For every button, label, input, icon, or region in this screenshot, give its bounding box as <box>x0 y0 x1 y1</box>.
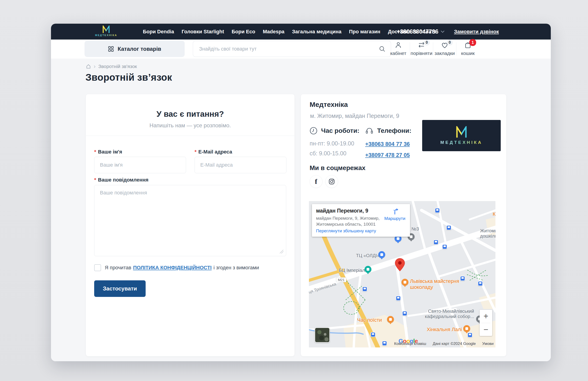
instagram-button[interactable] <box>325 175 338 188</box>
menu-item-holovky-starlight[interactable]: Головки Starlight <box>182 29 224 35</box>
store-address: м. Житомир, майдан Перемоги, 9 <box>310 112 399 119</box>
page-container: МЕДТЕХНІКА Бори Dendia Головки Starlight… <box>51 24 551 361</box>
message-label: *Ваше повідомлення <box>94 177 148 183</box>
home-icon[interactable] <box>86 64 91 69</box>
terms-link[interactable]: Умови <box>482 341 494 346</box>
search-row: Каталог товарів кабінет 0 пор <box>51 40 551 59</box>
bus-stop-icon[interactable] <box>442 244 447 249</box>
map-marker-main[interactable] <box>395 258 405 271</box>
email-field[interactable] <box>194 157 286 173</box>
bus-stop-icon[interactable] <box>402 311 407 316</box>
satellite-view-thumbnail[interactable] <box>315 327 330 343</box>
phone-dropdown[interactable]: +380638047736 <box>397 28 444 35</box>
page-content: › Зворотній зв'язок Зворотній зв’язок У … <box>51 59 551 361</box>
hours-header: Час роботи: <box>310 127 359 135</box>
bus-stop-icon[interactable] <box>478 281 483 286</box>
map-data-label: Дані карт ©2024 Google <box>433 341 476 346</box>
bus-stop-icon[interactable] <box>362 287 367 291</box>
bus-stop-icon[interactable] <box>446 225 451 230</box>
map-label-khinkalnya: Хінкальня Лалі <box>427 327 462 333</box>
store-logo-image: МЕДТЕХНІКА <box>422 120 501 151</box>
phone-link-2[interactable]: +38097 478 27 05 <box>365 152 410 158</box>
facebook-icon: f <box>315 178 317 185</box>
compare-button[interactable]: 0 порівняти <box>410 41 433 56</box>
logo-wordmark: МЕДТЕХНІКА <box>440 140 482 145</box>
grid-icon <box>108 46 114 52</box>
consent-row: Я прочитав ПОЛІТИКА КОНФІДЕНЦІЙНОСТІ і з… <box>94 264 259 271</box>
submit-button[interactable]: Застосувати <box>94 280 146 297</box>
message-field[interactable] <box>94 185 286 256</box>
map-pin-bc-imperial[interactable] <box>364 266 371 273</box>
facebook-button[interactable]: f <box>310 175 322 188</box>
bus-stop-icon[interactable] <box>433 240 439 245</box>
bus-stop-icon[interactable] <box>396 296 401 301</box>
map-label-cathedral: Свято-Михайлівськийкафедральний собор... <box>425 309 474 319</box>
email-label: *E-Mail адреса <box>194 149 232 155</box>
store-name: Медтехніка <box>310 101 348 109</box>
bus-stop-icon[interactable] <box>435 208 440 213</box>
map-pin-khinkalnya[interactable] <box>463 325 470 332</box>
zoom-in-button[interactable]: + <box>480 310 492 323</box>
map-label-tc-oldi: ТЦ «ОЛДІ» <box>356 253 379 258</box>
store-info-card: Медтехніка м. Житомир, майдан Перемоги, … <box>301 94 506 356</box>
chevron-down-icon <box>441 31 444 33</box>
instagram-icon <box>329 179 335 184</box>
map-pin-lviv-workshop[interactable] <box>401 279 408 286</box>
map-label-lviv-workshop: Львівська майстерняшоколаду <box>410 278 459 290</box>
bookmarks-count-badge: 0 <box>447 40 453 45</box>
divider <box>86 135 294 136</box>
account-label: кабінет <box>390 50 406 56</box>
catalog-button[interactable]: Каталог товарів <box>84 41 185 57</box>
bus-stop-icon[interactable] <box>371 332 376 337</box>
bus-stop-icon[interactable] <box>460 276 465 281</box>
bookmarks-label: закладки <box>435 50 455 56</box>
breadcrumb: › Зворотній зв'язок <box>86 64 137 69</box>
logo-m-icon <box>454 126 469 138</box>
consent-text-suffix: і згоден з вимогами <box>213 265 259 271</box>
map-pin-chas-poisty[interactable] <box>387 316 394 323</box>
order-call-link[interactable]: Замовити дзвінок <box>454 29 499 35</box>
page-title: Зворотній зв’язок <box>85 72 172 83</box>
phone-link-1[interactable]: +38063 804 77 36 <box>365 141 410 147</box>
account-button[interactable]: кабінет <box>387 41 410 56</box>
breadcrumb-separator: › <box>94 64 96 69</box>
zoom-out-button[interactable]: − <box>480 323 492 336</box>
form-heading: У вас є питання? <box>86 109 294 119</box>
bookmarks-button[interactable]: 0 закладки <box>433 41 456 56</box>
hours-weekdays: пн-пт: 9.00-19.00 <box>310 140 354 147</box>
search-input[interactable] <box>193 46 379 52</box>
map-label-korchma: Корчм <box>493 211 495 217</box>
site-logo[interactable]: МЕДТЕХНІКА <box>95 25 117 37</box>
map-pin-tc-oldi[interactable] <box>378 251 385 258</box>
menu-item-madespa[interactable]: Madespa <box>263 29 284 35</box>
name-field[interactable] <box>94 157 186 173</box>
clock-icon <box>310 127 317 135</box>
search-field <box>193 41 391 57</box>
search-icon[interactable] <box>379 45 386 52</box>
phones-header: Телефони: <box>365 127 411 135</box>
consent-checkbox[interactable] <box>94 264 101 271</box>
breadcrumb-current: Зворотній зв'язок <box>98 64 137 69</box>
privacy-policy-link[interactable]: ПОЛІТИКА КОНФІДЕНЦІЙНОСТІ <box>133 265 211 271</box>
keyboard-shortcuts-link[interactable]: Комбінації клавіш <box>394 341 426 346</box>
map-zoom-control: + − <box>480 310 492 336</box>
top-nav: МЕДТЕХНІКА Бори Dendia Головки Starlight… <box>51 24 551 40</box>
view-larger-map-link[interactable]: Переглянути збільшену карту <box>316 228 376 233</box>
menu-item-about-store[interactable]: Про магазин <box>349 29 380 35</box>
menu-item-bory-eco[interactable]: Бори Eco <box>231 29 255 35</box>
compare-count-badge: 0 <box>424 40 430 45</box>
phones-label: Телефони: <box>377 127 411 134</box>
directions-button[interactable]: Маршрути <box>383 207 407 221</box>
bus-stop-icon[interactable] <box>382 341 387 346</box>
textarea-resize-handle[interactable] <box>280 250 283 253</box>
menu-item-general-medicine[interactable]: Загальна медицина <box>292 29 341 35</box>
menu-item-bory-dendia[interactable]: Бори Dendia <box>143 29 174 35</box>
google-map[interactable]: Нова пошта №3 ТЦ «ОЛДІ» БЦ Імперіалъ Льв… <box>309 201 495 347</box>
catalog-button-label: Каталог товарів <box>118 46 161 52</box>
logo-wordmark: МЕДТЕХНІКА <box>95 34 117 37</box>
hours-label: Час роботи: <box>321 127 359 134</box>
compare-label: порівняти <box>411 50 433 56</box>
cart-button[interactable]: 1 кошик <box>456 41 479 56</box>
directions-label: Маршрути <box>384 216 405 221</box>
hours-saturday: сб: 9.00-15.00 <box>310 150 346 157</box>
